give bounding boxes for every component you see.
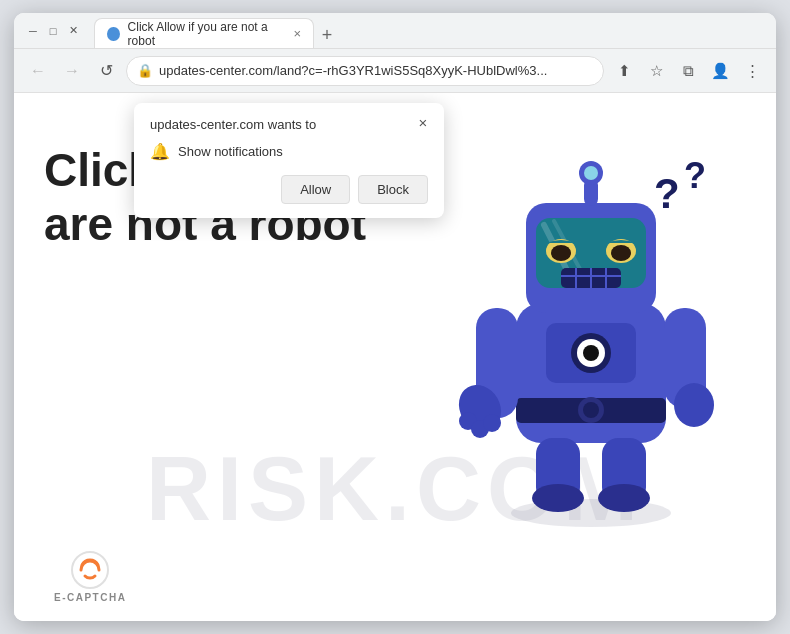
svg-point-36	[598, 484, 650, 512]
ecaptcha-section: E-CAPTCHA	[54, 551, 126, 603]
address-bar[interactable]: 🔒 updates-center.com/land?c=-rhG3YR1wiS5…	[126, 56, 604, 86]
bell-icon: 🔔	[150, 142, 170, 161]
svg-point-17	[611, 245, 631, 261]
nav-right-icons: ⬆ ☆ ⧉ 👤 ⋮	[610, 57, 766, 85]
svg-point-32	[674, 383, 714, 427]
notification-popup: × updates-center.com wants to 🔔 Show not…	[134, 103, 444, 218]
profile-icon: 👤	[711, 62, 730, 80]
extensions-button[interactable]: ⧉	[674, 57, 702, 85]
tabs-area: Click Allow if you are not a robot × +	[94, 13, 764, 48]
popup-permission-text: Show notifications	[178, 144, 283, 159]
block-button[interactable]: Block	[358, 175, 428, 204]
ecaptcha-logo-icon	[71, 551, 109, 589]
reload-button[interactable]: ↺	[92, 57, 120, 85]
minimize-button[interactable]: ─	[26, 24, 40, 38]
popup-close-button[interactable]: ×	[412, 111, 434, 133]
close-button[interactable]: ✕	[66, 24, 80, 38]
robot-illustration: ? ?	[436, 113, 746, 533]
popup-permission-row: 🔔 Show notifications	[150, 142, 428, 161]
popup-buttons: Allow Block	[150, 175, 428, 204]
menu-icon: ⋮	[745, 62, 760, 80]
back-icon: ←	[30, 62, 46, 80]
new-tab-button[interactable]: +	[314, 22, 340, 48]
share-button[interactable]: ⬆	[610, 57, 638, 85]
svg-text:?: ?	[684, 155, 706, 196]
tab-title: Click Allow if you are not a robot	[128, 20, 282, 48]
navigation-bar: ← → ↺ 🔒 updates-center.com/land?c=-rhG3Y…	[14, 49, 776, 93]
title-bar: ─ □ ✕ Click Allow if you are not a robot…	[14, 13, 776, 49]
forward-button[interactable]: →	[58, 57, 86, 85]
bookmark-button[interactable]: ☆	[642, 57, 670, 85]
robot-svg: ? ?	[436, 113, 746, 533]
svg-point-34	[532, 484, 584, 512]
svg-text:?: ?	[654, 170, 680, 217]
maximize-button[interactable]: □	[46, 24, 60, 38]
svg-point-25	[584, 166, 598, 180]
tab-close-button[interactable]: ×	[293, 26, 301, 41]
page-background: Click Allow if you are not a robot RISK.…	[14, 93, 776, 621]
allow-button[interactable]: Allow	[281, 175, 350, 204]
share-icon: ⬆	[618, 62, 631, 80]
lock-icon: 🔒	[137, 63, 153, 78]
page-content: Click Allow if you are not a robot RISK.…	[14, 93, 776, 621]
svg-point-0	[72, 552, 108, 588]
window-controls: ─ □ ✕	[26, 24, 80, 38]
browser-window: ─ □ ✕ Click Allow if you are not a robot…	[14, 13, 776, 621]
svg-point-5	[583, 402, 599, 418]
active-tab[interactable]: Click Allow if you are not a robot ×	[94, 18, 314, 48]
tab-favicon	[107, 27, 120, 41]
extensions-icon: ⧉	[683, 62, 694, 80]
svg-point-15	[551, 245, 571, 261]
svg-point-30	[483, 414, 501, 432]
forward-icon: →	[64, 62, 80, 80]
menu-button[interactable]: ⋮	[738, 57, 766, 85]
reload-icon: ↺	[100, 61, 113, 80]
profile-button[interactable]: 👤	[706, 57, 734, 85]
popup-title: updates-center.com wants to	[150, 117, 428, 132]
bookmark-icon: ☆	[650, 62, 663, 80]
svg-point-9	[583, 345, 599, 361]
address-text: updates-center.com/land?c=-rhG3YR1wiS5Sq…	[159, 63, 593, 78]
ecaptcha-label: E-CAPTCHA	[54, 592, 126, 603]
back-button[interactable]: ←	[24, 57, 52, 85]
